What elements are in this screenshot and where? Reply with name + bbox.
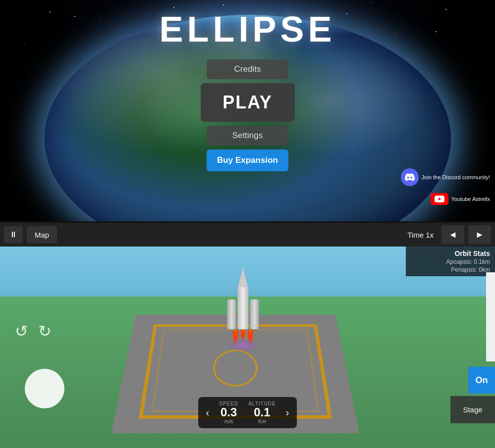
map-button[interactable]: Map bbox=[27, 226, 57, 243]
credits-button[interactable]: Credits bbox=[207, 59, 288, 79]
discord-text: Join the Discord community! bbox=[422, 174, 490, 181]
game-toolbar: ⏸ Map Time 1x ◄ ► bbox=[0, 223, 495, 247]
altitude-value: 0.1 bbox=[248, 406, 276, 418]
youtube-icon bbox=[431, 193, 448, 205]
settings-button[interactable]: Settings bbox=[207, 126, 288, 146]
rotate-left-button[interactable]: ↺ bbox=[15, 322, 28, 341]
stage-button[interactable]: Stage bbox=[450, 396, 495, 423]
time-back-button[interactable]: ◄ bbox=[441, 225, 464, 244]
rocket-body bbox=[237, 287, 248, 329]
game-viewport: ⏸ Map Time 1x ◄ ► Orbit Stats Apoapsis: … bbox=[0, 223, 495, 448]
main-rocket bbox=[237, 267, 248, 329]
altitude-unit: Km bbox=[248, 418, 276, 424]
altitude-stat: ALTITUDE 0.1 Km bbox=[248, 401, 276, 424]
youtube-text: Youtube Astrellx bbox=[451, 196, 490, 202]
rotate-right-button[interactable]: ↻ bbox=[38, 322, 52, 341]
orbit-stats-panel: Orbit Stats Apoapsis: 0.1km Periapsis: 0… bbox=[406, 247, 495, 276]
hud-right-arrow[interactable]: › bbox=[286, 407, 289, 418]
discord-link[interactable]: Join the Discord community! bbox=[401, 168, 490, 186]
youtube-link[interactable]: Youtube Astrellx bbox=[431, 193, 490, 205]
on-button[interactable]: On bbox=[468, 367, 495, 394]
periapsis-value: Periapsis: 0km bbox=[411, 266, 490, 273]
discord-icon bbox=[401, 168, 419, 186]
left-booster bbox=[227, 299, 236, 329]
menu-screen: ELLIPSE Credits PLAY Settings Buy Expans… bbox=[0, 0, 495, 223]
right-booster bbox=[250, 299, 259, 329]
hud-left-arrow[interactable]: ‹ bbox=[206, 407, 210, 418]
speed-unit: m/s bbox=[219, 418, 238, 424]
joystick[interactable] bbox=[25, 369, 64, 408]
pause-button[interactable]: ⏸ bbox=[4, 226, 23, 243]
main-menu: Credits PLAY Settings Buy Expansion bbox=[201, 59, 295, 171]
exhaust-smoke bbox=[228, 339, 258, 351]
time-indicator: Time 1x bbox=[407, 231, 434, 239]
scrollbar[interactable] bbox=[486, 272, 495, 361]
nosecone bbox=[238, 267, 248, 287]
speed-stat: SPEED 0.3 m/s bbox=[219, 401, 238, 424]
rocket bbox=[227, 267, 259, 344]
game-title: ELLIPSE bbox=[159, 9, 335, 50]
apoapsis-value: Apoapsis: 0.1km bbox=[411, 258, 490, 265]
joystick-base[interactable] bbox=[25, 369, 64, 408]
play-button[interactable]: PLAY bbox=[201, 83, 295, 122]
buy-expansion-button[interactable]: Buy Expansion bbox=[207, 149, 288, 171]
speed-value: 0.3 bbox=[219, 406, 238, 418]
time-forward-button[interactable]: ► bbox=[468, 225, 491, 244]
orbit-stats-title: Orbit Stats bbox=[411, 249, 490, 257]
speed-altitude-hud: ‹ SPEED 0.3 m/s ALTITUDE 0.1 Km › bbox=[198, 397, 297, 428]
camera-controls: ↺ ↻ bbox=[15, 322, 52, 341]
flame-center bbox=[240, 330, 245, 340]
